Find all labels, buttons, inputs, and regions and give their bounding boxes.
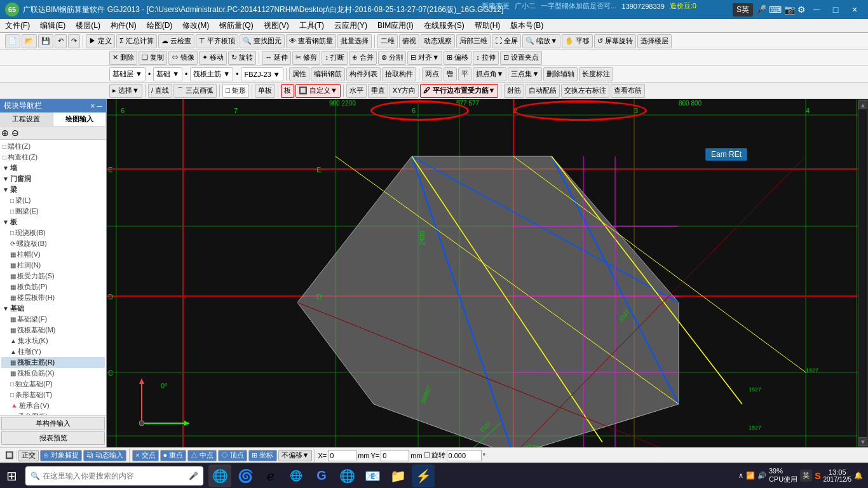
tb-break[interactable]: ↕ 打断 xyxy=(322,51,348,65)
tb-select[interactable]: ▸ 选择▼ xyxy=(109,84,142,98)
tb-component-list[interactable]: 构件列表 xyxy=(346,67,381,81)
tb-cloud-check[interactable]: ☁ 云检查 xyxy=(158,34,194,48)
tree-item-found-beam[interactable]: ▦ 基础梁(F) xyxy=(1,314,105,325)
tree-item-beam-l[interactable]: □ 梁(L) xyxy=(1,195,105,206)
report-preview-btn[interactable]: 报表预览 xyxy=(1,431,105,445)
taskbar-icon-browser2[interactable]: 🌐 xyxy=(336,464,358,487)
tb-edit-rebar[interactable]: 编辑钢筋 xyxy=(311,67,345,81)
snap-endpoint[interactable]: ● 重点 xyxy=(160,450,187,461)
tree-item-slab-rebar[interactable]: ▦ 板受力筋(S) xyxy=(1,271,105,281)
snap-midpoint[interactable]: △ 中点 xyxy=(187,450,217,461)
taskbar-icon-ggj[interactable]: ⚡ xyxy=(412,464,435,487)
start-button[interactable]: ⊞ xyxy=(0,464,23,487)
tb-xy-dir[interactable]: XY方向 xyxy=(390,84,419,98)
tb-auto-rebar[interactable]: 自动配筋 xyxy=(526,84,560,98)
canvas-area[interactable]: 6 7 900 2200 6 577 577 2 3 800 800 4 E E… xyxy=(107,99,868,447)
rebar-type-dropdown[interactable]: 筏板主筋 ▼ xyxy=(190,67,233,81)
tb-property[interactable]: 属性 xyxy=(289,67,309,81)
tb-offset[interactable]: ⊞ 偏移 xyxy=(444,51,471,65)
menu-file[interactable]: 文件(F) xyxy=(0,19,35,32)
tb-two-point[interactable]: 两点 xyxy=(422,67,442,81)
taskbar-icon-ie[interactable]: ℯ xyxy=(259,464,282,487)
snap-intersection[interactable]: × 交点 xyxy=(132,450,158,461)
tb-undo[interactable]: ↶ xyxy=(55,34,67,48)
tb-copy[interactable]: ❑ 复制 xyxy=(139,51,167,65)
rotate-input[interactable] xyxy=(447,450,482,461)
tree-group-wall[interactable]: ▼ 墙 xyxy=(1,163,105,173)
tree-group-beam[interactable]: ▼ 梁 xyxy=(1,184,105,195)
notification-icon[interactable]: 🔔 xyxy=(854,471,863,480)
tb-open[interactable]: 📂 xyxy=(22,34,37,48)
tb-extend[interactable]: ↔ 延伸 xyxy=(262,51,291,65)
tb-local-3d[interactable]: 局部三维 xyxy=(456,34,491,48)
menu-component[interactable]: 构件(N) xyxy=(105,19,142,32)
tb-flat[interactable]: 平 xyxy=(458,67,471,81)
tb-new-file[interactable]: 📄 xyxy=(5,34,20,48)
tb-slab[interactable]: 板 xyxy=(281,84,294,98)
tb-shoot[interactable]: 射筋 xyxy=(504,84,524,98)
system-tray-expand[interactable]: ∧ xyxy=(738,471,743,480)
tree-item-raft-main-rebar[interactable]: ▦ 筏板主筋(R) xyxy=(1,357,105,368)
menu-draw[interactable]: 绘图(D) xyxy=(142,19,178,32)
right-scrollbar[interactable]: ▲ ▼ xyxy=(858,99,868,447)
sublayer-dropdown[interactable]: 基础 ▼ xyxy=(153,67,182,81)
menu-help[interactable]: 帮助(H) xyxy=(470,19,506,32)
tb-define[interactable]: ▶ 定义 xyxy=(86,34,115,48)
tree-item-col-cap[interactable]: ▦ 柱帽(V) xyxy=(1,249,105,260)
tb-select-floor[interactable]: 选择楼层 xyxy=(637,34,672,48)
tree-item-pile-cap[interactable]: 🔺 桩承台(V) xyxy=(1,400,105,411)
minimize-button[interactable]: ─ xyxy=(808,3,825,16)
taskbar-icon-browser[interactable]: 🌐 xyxy=(208,464,231,487)
snap-object[interactable]: ⊙ 对象捕捉 xyxy=(40,450,82,461)
software-tray[interactable]: S xyxy=(815,471,820,481)
tb-level-top[interactable]: ⊤ 平齐板顶 xyxy=(196,34,238,48)
menu-tools[interactable]: 工具(T) xyxy=(294,19,329,32)
tree-item-cast-slab[interactable]: □ 现浇板(B) xyxy=(1,227,105,238)
menu-modify[interactable]: 修改(M) xyxy=(177,19,214,32)
tree-item-struct-column[interactable]: □ 构造柱(Z) xyxy=(1,152,105,163)
tree-item-raft-neg-rebar[interactable]: ▦ 筏板负筋(X) xyxy=(1,368,105,379)
tree-group-foundation[interactable]: ▼ 基础 xyxy=(1,303,105,314)
tb-screen-rotate[interactable]: ↺ 屏幕旋转 xyxy=(594,34,636,48)
tb-single-slab[interactable]: 单板 xyxy=(255,84,275,98)
tb-align[interactable]: ⊟ 对齐▼ xyxy=(407,51,442,65)
tab-project-settings[interactable]: 工程设置 xyxy=(0,112,53,126)
tree-item-spiral-slab[interactable]: ⟳ 螺旋板(B) xyxy=(1,238,105,249)
scroll-down-arrow[interactable]: ▼ xyxy=(858,437,867,446)
tree-item-floor-band[interactable]: ▦ 楼层板带(H) xyxy=(1,292,105,303)
tb-parallel-rebar[interactable]: 🖊 平行边布置受力筋▼ xyxy=(420,84,498,98)
tree-item-neg-rebar[interactable]: ▦ 板负筋(P) xyxy=(1,281,105,292)
tb-arc3pt[interactable]: ⌒ 三点画弧 xyxy=(173,84,217,98)
tb-dim-length[interactable]: 长度标注 xyxy=(579,67,613,81)
tb-split[interactable]: ⊗ 分割 xyxy=(378,51,406,65)
search-input[interactable] xyxy=(43,471,186,480)
tb-save[interactable]: 💾 xyxy=(38,34,53,48)
menu-layer[interactable]: 楼层(L) xyxy=(71,19,105,32)
tree-group-slab[interactable]: ▼ 板 xyxy=(1,217,105,227)
tb-rein[interactable]: 辔 xyxy=(444,67,457,81)
tb-custom[interactable]: 🔲 自定义▼ xyxy=(295,84,341,98)
nav-minus-icon[interactable]: ⊖ xyxy=(11,128,19,138)
tree-item-ring-beam[interactable]: □ 圈梁(E) xyxy=(1,206,105,217)
tb-merge[interactable]: ⊕ 合并 xyxy=(349,51,377,65)
snap-orthogonal[interactable]: 正交 xyxy=(18,450,39,461)
menu-bim[interactable]: BIM应用(I) xyxy=(372,19,419,32)
taskbar-icon-chrome[interactable]: 🌐 xyxy=(285,464,308,487)
taskbar-icon-mail[interactable]: 📧 xyxy=(361,464,384,487)
tb-delete[interactable]: ✕ 删除 xyxy=(109,51,137,65)
tb-fullscreen[interactable]: ⛶ 全屏 xyxy=(492,34,521,48)
tb-2d[interactable]: 二维 xyxy=(377,34,398,48)
tree-item-col-hole[interactable]: ▦ 柱洞(N) xyxy=(1,260,105,271)
tb-mirror[interactable]: ⇔ 镜像 xyxy=(168,51,198,65)
input-method-tray[interactable]: 英 xyxy=(800,470,812,482)
tb-stretch[interactable]: ↕ 拉伸 xyxy=(473,51,499,65)
menu-cloud[interactable]: 云应用(Y) xyxy=(329,19,372,32)
tb-rect-dropdown[interactable]: □ 矩形 xyxy=(222,84,249,98)
tree-item-sump[interactable]: ▲ 集水坑(K) xyxy=(1,336,105,346)
layer-dropdown[interactable]: 基础层 ▼ xyxy=(109,67,146,81)
x-input[interactable] xyxy=(328,450,356,461)
tb-redo[interactable]: ↷ xyxy=(68,34,80,48)
tb-view-rebar[interactable]: 👁 查看钢筋量 xyxy=(286,34,336,48)
tb-trim[interactable]: ✂ 修剪 xyxy=(292,51,320,65)
tb-find-elem[interactable]: 🔍 查找图元 xyxy=(240,34,285,48)
